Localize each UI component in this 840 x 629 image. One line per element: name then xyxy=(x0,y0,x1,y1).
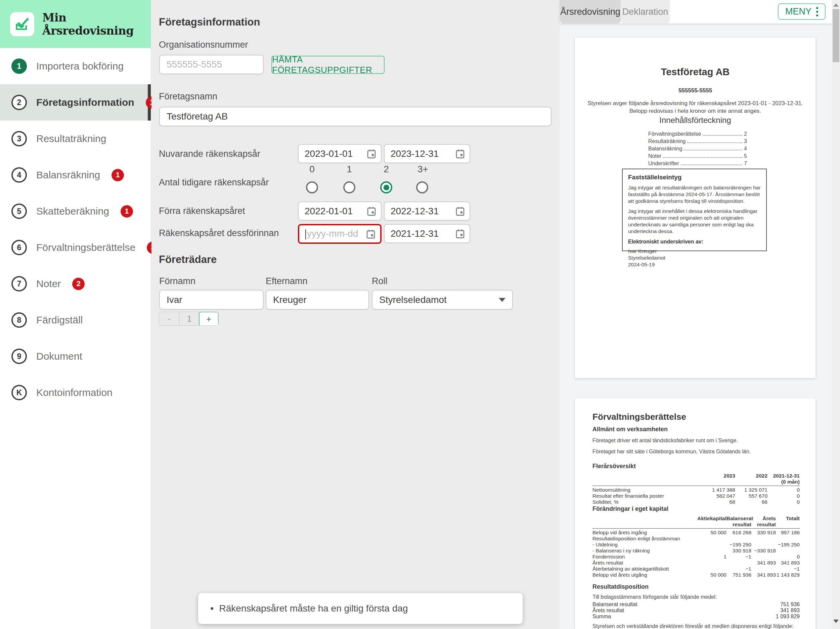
prev-year-start-input[interactable]: 2022-01-01 xyxy=(298,202,382,221)
intyg-paragraph-1: Jag intygar att resultaträkningen och ba… xyxy=(628,184,761,205)
current-year-start-input[interactable]: 2023-01-01 xyxy=(298,144,382,163)
scrollbar[interactable] xyxy=(832,0,840,629)
sidebar-item-kontoinformation[interactable]: K Kontoinformation xyxy=(0,374,151,411)
date-placeholder: yyyy-mm-dd xyxy=(307,229,358,239)
col-header: 2022 xyxy=(735,473,767,479)
representative-count: 1 xyxy=(179,312,199,325)
step-number-text: 9 xyxy=(17,352,22,361)
calendar-icon[interactable] xyxy=(366,229,376,239)
radio-prev-years-3plus[interactable] xyxy=(416,181,428,194)
chevron-down-icon xyxy=(499,298,505,302)
date-placeholder-wrap: yyyy-mm-dd xyxy=(305,229,358,240)
current-year-label: Nuvarande räkenskapsår xyxy=(159,149,260,159)
company-name-input[interactable]: Testföretag AB xyxy=(159,107,551,126)
validation-toast: • Räkenskapsåret måste ha en giltig förs… xyxy=(198,593,523,624)
calendar-icon[interactable] xyxy=(455,149,465,159)
calendar-icon[interactable] xyxy=(455,229,465,239)
first-name-input[interactable]: Ivar xyxy=(159,290,264,310)
sidebar-item-label: Resultaträkning xyxy=(36,133,106,144)
current-year-end-input[interactable]: 2023-12-31 xyxy=(384,144,470,163)
first-name-label: Förnamn xyxy=(159,276,196,287)
scroll-up-icon[interactable] xyxy=(833,3,838,7)
company-name-label: Företagsnamn xyxy=(159,91,217,102)
sidebar-item-skatteberakning[interactable]: 5 Skatteberäkning 1 xyxy=(0,193,151,229)
sidebar-item-balansrakning[interactable]: 4 Balansräkning 1 xyxy=(0,157,151,193)
app-title: Min Årsredovisning xyxy=(42,11,151,37)
prev2-year-start-input[interactable]: yyyy-mm-dd xyxy=(298,224,382,244)
step-number-text: 6 xyxy=(17,243,22,252)
scroll-down-icon[interactable] xyxy=(833,620,838,623)
remove-representative-button[interactable]: - xyxy=(159,312,179,325)
fetch-company-button[interactable]: HÄMTA FÖRETAGSUPPGIFTER xyxy=(272,56,385,74)
sidebar-item-label: Förvaltningsberättelse xyxy=(36,242,135,253)
sidebar-item-resultatrakning[interactable]: 3 Resultaträkning xyxy=(0,121,151,157)
add-representative-button[interactable]: + xyxy=(199,312,219,326)
calendar-icon[interactable] xyxy=(367,206,376,216)
calendar-icon[interactable] xyxy=(455,206,465,216)
intyg-signature: Ivar Kreuger Styrelseledamot 2024-05-19 xyxy=(628,248,761,268)
orgnr-input[interactable]: 555555-5555 xyxy=(159,55,264,74)
step-number-8: 8 xyxy=(11,312,27,328)
calendar-icon[interactable] xyxy=(367,149,376,159)
representative-count-stepper: - 1 + xyxy=(159,312,219,326)
radio-option-label-3plus: 3+ xyxy=(415,164,430,175)
sidebar-item-label: Kontoinformation xyxy=(36,387,112,398)
radio-prev-years-2[interactable] xyxy=(380,181,392,194)
table-row: Nettoomsättning1 417 3881 325 0710 xyxy=(592,487,800,493)
faststallelseintyg-box: Fastställelseintyg Jag intygar att resul… xyxy=(622,169,767,251)
step-number-text: 3 xyxy=(17,134,22,143)
tab-deklaration[interactable]: Deklaration xyxy=(621,0,670,24)
doc-section-heading: Förvaltningsberättelse xyxy=(592,412,686,422)
disposition-outro: Styrelsen och verkställande direktören f… xyxy=(592,623,794,629)
step-number-2: 2 xyxy=(11,95,27,110)
step-number-4: 4 xyxy=(11,167,27,183)
signature-name: Ivar Kreuger xyxy=(628,248,761,255)
step-number-text: 8 xyxy=(17,316,22,325)
disposition-table: Balanserat resultat751 936 Årets resulta… xyxy=(592,601,800,620)
toc-page: 3 xyxy=(744,138,747,144)
date-value: 2022-01-01 xyxy=(305,206,353,217)
scrollbar-thumb[interactable] xyxy=(833,9,839,62)
bullet-icon: • xyxy=(210,603,214,614)
date-value: 2023-01-01 xyxy=(305,148,353,159)
col-header: 2021-12-31 xyxy=(767,473,800,479)
toc-leader xyxy=(703,135,742,136)
last-name-input[interactable]: Kreuger xyxy=(266,290,369,310)
role-select[interactable]: Styrelseledamot xyxy=(372,290,513,310)
step-number-5: 5 xyxy=(11,203,27,219)
table-row: Soliditet, %68660 xyxy=(592,499,800,505)
toc-leader xyxy=(687,142,742,143)
sidebar-item-foretagsinformation[interactable]: 2 Företagsinformation 1 xyxy=(0,84,151,121)
doc-subheading-allmant: Allmänt om verksamheten xyxy=(592,426,668,433)
tab-arsredovisning[interactable]: Årsredovisning xyxy=(560,0,621,24)
doc-subheading-kapital: Förändringar i eget kapital xyxy=(592,505,668,512)
role-value: Styrelseledamot xyxy=(379,295,447,305)
role-label: Roll xyxy=(372,276,388,287)
toc-leader xyxy=(663,157,742,158)
radio-prev-years-0[interactable] xyxy=(306,181,318,194)
prev-year-end-input[interactable]: 2022-12-31 xyxy=(384,202,470,221)
sidebar-item-noter[interactable]: 7 Noter 2 xyxy=(0,266,151,302)
toc-row: Noter5 xyxy=(648,153,747,161)
eget-kapital-table: AktiekapitalBalanseratÅretsTotalt result… xyxy=(592,515,800,578)
radio-prev-years-1[interactable] xyxy=(343,181,355,194)
toc-page: 4 xyxy=(744,146,747,152)
envelope-check-icon xyxy=(14,16,30,32)
step-number-6: 6 xyxy=(11,240,27,255)
table-row: Resultatdisposition enligt årsstämman xyxy=(592,536,800,542)
sidebar-item-label: Noter xyxy=(36,278,61,290)
sidebar-item-fardigstall[interactable]: 8 Färdigställ xyxy=(0,302,151,338)
prev2-year-end-input[interactable]: 2021-12-31 xyxy=(384,224,470,243)
step-number-3: 3 xyxy=(11,131,27,147)
sidebar-item-forvaltningsberattelse[interactable]: 6 Förvaltningsberättelse 3 xyxy=(0,229,151,266)
intyg-paragraph-2: Jag intygar att innehållet i dessa elekt… xyxy=(628,208,761,235)
sidebar-item-label: Företagsinformation xyxy=(36,97,134,108)
document-page-1: Testföretag AB 555555-5555 Styrelsen avg… xyxy=(575,38,815,378)
sidebar-item-label: Färdigställ xyxy=(36,314,83,326)
sidebar-item-dokument[interactable]: 9 Dokument xyxy=(0,338,151,374)
doc-subheading-flerars: Flerårsöversikt xyxy=(592,463,636,470)
step-number-text: 4 xyxy=(17,170,22,180)
menu-button[interactable]: MENY xyxy=(778,3,826,20)
sidebar-item-importera-bokforing[interactable]: 1 Importera bokföring xyxy=(0,48,151,84)
radio-option-label-1: 1 xyxy=(344,164,354,175)
